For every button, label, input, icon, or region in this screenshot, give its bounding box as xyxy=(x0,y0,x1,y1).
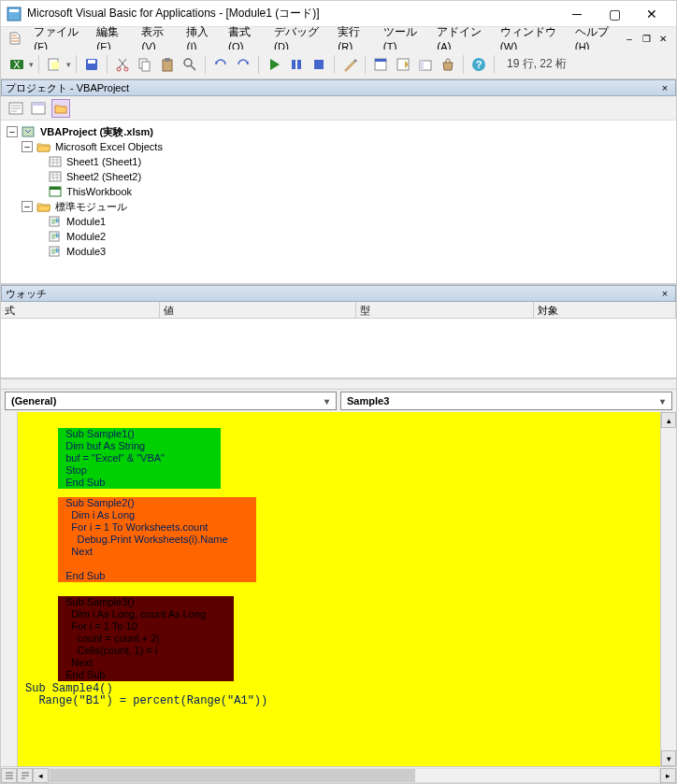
std-modules-label: 標準モジュール xyxy=(55,200,127,214)
watch-col-target[interactable]: 対象 xyxy=(534,302,676,318)
watch-panel-header: ウォッチ × xyxy=(1,285,676,302)
splitter[interactable] xyxy=(1,378,676,390)
vba-app-icon xyxy=(7,7,22,21)
svg-rect-1 xyxy=(9,9,19,12)
object-browser-button[interactable] xyxy=(415,54,436,75)
mdi-minimize-button[interactable]: – xyxy=(622,32,637,45)
copy-button[interactable] xyxy=(135,54,155,75)
help-button[interactable]: ? xyxy=(468,54,489,75)
view-code-button[interactable] xyxy=(7,99,25,118)
tree-item-label: Module2 xyxy=(66,231,106,242)
svg-rect-19 xyxy=(375,59,386,62)
cut-button[interactable] xyxy=(112,54,133,75)
object-dropdown-value: (General) xyxy=(11,395,56,406)
dropdown-arrow-icon[interactable]: ▾ xyxy=(29,60,34,69)
full-module-view-button[interactable] xyxy=(17,768,33,783)
code-editor[interactable]: Sub Sample1() Dim buf As String buf = "E… xyxy=(1,412,676,766)
tree-folder-excel-objects[interactable]: – Microsoft Excel Objects xyxy=(7,139,670,154)
folder-open-icon xyxy=(36,140,51,153)
project-sub-toolbar xyxy=(1,96,676,121)
tree-item-label: Sheet1 (Sheet1) xyxy=(66,156,141,167)
worksheet-icon xyxy=(48,170,63,183)
vertical-scrollbar[interactable]: ▴ ▾ xyxy=(660,412,676,766)
tree-item-label: Module1 xyxy=(66,216,106,227)
toggle-folders-button[interactable] xyxy=(51,99,70,118)
code-block-2: Sub Sample2() Dim i As Long For i = 1 To… xyxy=(18,485,676,595)
watch-body[interactable] xyxy=(1,319,676,378)
tree-item-module[interactable]: Module2 xyxy=(7,229,670,244)
view-excel-button[interactable]: X xyxy=(7,54,27,75)
project-panel-title: プロジェクト - VBAProject xyxy=(6,81,129,95)
watch-columns: 式 値 型 対象 xyxy=(1,302,676,319)
run-button[interactable] xyxy=(264,54,284,75)
tree-item-module[interactable]: Module1 xyxy=(7,214,670,229)
dropdown-arrow-icon: ▾ xyxy=(655,396,670,406)
object-dropdown[interactable]: (General) ▾ xyxy=(5,392,337,410)
svg-rect-11 xyxy=(142,62,150,71)
scroll-left-button[interactable]: ◂ xyxy=(33,768,49,783)
find-button[interactable] xyxy=(180,54,200,75)
watch-col-type[interactable]: 型 xyxy=(356,302,534,318)
scroll-up-button[interactable]: ▴ xyxy=(661,412,676,428)
mdi-document-icon xyxy=(7,29,22,48)
reset-button[interactable] xyxy=(309,54,329,75)
collapse-icon[interactable]: – xyxy=(22,141,33,152)
watch-col-value[interactable]: 値 xyxy=(160,302,356,318)
watch-panel-title: ウォッチ xyxy=(6,287,47,301)
mdi-close-button[interactable]: ✕ xyxy=(655,32,670,45)
scrollbar-track[interactable] xyxy=(661,428,676,750)
project-tree: – VBAProject (実験.xlsm) – Microsoft Excel… xyxy=(1,121,676,284)
properties-button[interactable] xyxy=(393,54,413,75)
worksheet-icon xyxy=(48,185,63,198)
main-toolbar: X ▾ ▾ ? 19 行, 22 桁 xyxy=(1,50,676,79)
scroll-down-button[interactable]: ▾ xyxy=(661,750,676,766)
procedure-dropdown[interactable]: Sample3 ▾ xyxy=(340,392,672,410)
module-icon xyxy=(48,245,63,258)
module-icon xyxy=(48,230,63,243)
tree-item-module[interactable]: Module3 xyxy=(7,244,670,259)
close-button[interactable]: ✕ xyxy=(633,2,670,26)
paste-button[interactable] xyxy=(157,54,178,75)
tree-item-sheet[interactable]: ThisWorkbook xyxy=(7,184,670,199)
design-mode-button[interactable] xyxy=(339,54,360,75)
panel-close-button[interactable]: × xyxy=(658,82,671,93)
tree-item-label: Sheet2 (Sheet2) xyxy=(66,171,141,182)
break-button[interactable] xyxy=(286,54,307,75)
horizontal-scrollbar[interactable]: ◂ ▸ xyxy=(1,766,676,783)
worksheet-icon xyxy=(48,155,63,168)
mdi-controls: – ❐ ✕ xyxy=(622,32,674,45)
svg-rect-22 xyxy=(420,61,424,70)
svg-rect-5 xyxy=(51,62,59,69)
collapse-icon[interactable]: – xyxy=(22,201,33,212)
svg-rect-27 xyxy=(32,103,45,106)
insert-button[interactable] xyxy=(44,54,65,75)
save-button[interactable] xyxy=(81,54,102,75)
svg-text:?: ? xyxy=(476,59,483,70)
mdi-restore-button[interactable]: ❐ xyxy=(639,32,654,45)
svg-rect-16 xyxy=(297,60,301,69)
scrollbar-track[interactable] xyxy=(49,768,660,783)
watch-col-expr[interactable]: 式 xyxy=(1,302,160,318)
undo-button[interactable] xyxy=(210,54,231,75)
redo-button[interactable] xyxy=(233,54,253,75)
project-explorer-button[interactable] xyxy=(370,54,391,75)
code-dropdown-row: (General) ▾ Sample3 ▾ xyxy=(1,390,676,412)
scrollbar-thumb[interactable] xyxy=(50,769,415,782)
tree-folder-modules[interactable]: – 標準モジュール xyxy=(7,199,670,214)
toolbox-button[interactable] xyxy=(438,54,458,75)
view-object-button[interactable] xyxy=(29,99,48,118)
tree-item-sheet[interactable]: Sheet2 (Sheet2) xyxy=(7,169,670,184)
tree-item-label: ThisWorkbook xyxy=(66,186,132,197)
code-body[interactable]: Sub Sample1() Dim buf As String buf = "E… xyxy=(18,412,676,766)
panel-close-button[interactable]: × xyxy=(658,288,671,299)
procedure-view-button[interactable] xyxy=(1,768,17,783)
scroll-right-button[interactable]: ▸ xyxy=(660,768,676,783)
dropdown-arrow-icon[interactable]: ▾ xyxy=(66,60,71,69)
code-block-3: Sub Sample3() Dim i As Long, count As Lo… xyxy=(18,584,676,694)
collapse-icon[interactable]: – xyxy=(7,126,18,137)
tree-item-sheet[interactable]: Sheet1 (Sheet1) xyxy=(7,154,670,169)
tree-root[interactable]: – VBAProject (実験.xlsm) xyxy=(7,124,670,139)
procedure-dropdown-value: Sample3 xyxy=(347,395,389,406)
svg-rect-15 xyxy=(292,60,295,69)
excel-objects-label: Microsoft Excel Objects xyxy=(55,141,163,152)
